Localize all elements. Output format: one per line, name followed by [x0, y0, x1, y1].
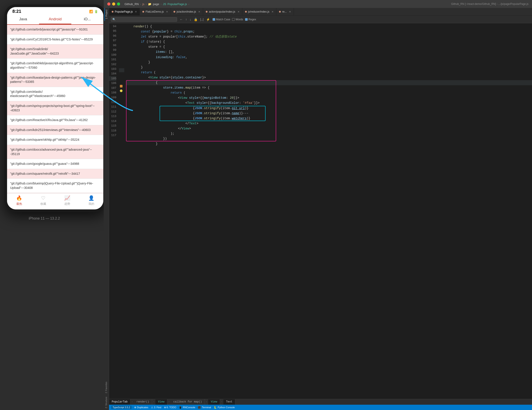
tab-ios[interactable]: iO...: [71, 15, 103, 24]
tab-close-2[interactable]: ✕: [166, 10, 168, 13]
status-find[interactable]: ⚠ 3: Find: [151, 406, 161, 409]
list-item[interactable]: "git://github.com/ReactiveX/RxJava.git""…: [7, 115, 103, 125]
gutter-101: [119, 52, 124, 56]
gutter-102: [119, 56, 124, 60]
tab-java[interactable]: Java: [7, 15, 39, 24]
regex-checkbox[interactable]: [245, 18, 248, 21]
search-input-group[interactable]: 🔍: [111, 17, 177, 22]
rnconsole-icon: 📱: [179, 406, 182, 409]
sep-5: ›: [221, 400, 222, 404]
tab-popular-page[interactable]: PopularPage.js ✕: [109, 8, 140, 15]
gutter-95: [119, 28, 124, 32]
search-bar: 🔍 ← ↑ ↓ 🔒 |..| ⚡ Match Case: [109, 16, 532, 23]
nav-profile[interactable]: 👤 我的: [79, 195, 103, 206]
regex-option[interactable]: Regex: [245, 18, 256, 21]
profile-icon: 👤: [88, 195, 94, 201]
tab-action-popular[interactable]: action/popular/index.js ✕: [203, 8, 242, 15]
tab-close-4[interactable]: ✕: [238, 10, 239, 13]
status-duplicates[interactable]: ⊕ Duplicates: [134, 406, 148, 409]
list-item[interactable]: "git://github.com/airbnb/javascript.git"…: [7, 25, 103, 35]
bottom-tab-render[interactable]: render(): [134, 399, 152, 405]
words-option[interactable]: Words: [232, 18, 243, 21]
bottom-tab-text[interactable]: Text: [223, 399, 235, 405]
gutter-103: [119, 60, 124, 64]
list-item[interactable]: "git://github.com/spring-projects/spring…: [7, 101, 103, 115]
bottom-tab-popular[interactable]: PopularTab: [109, 399, 131, 405]
nav-trending[interactable]: 📈 趋势: [55, 195, 79, 206]
code-line-97: if (!store) {: [126, 39, 532, 44]
tab-flatlist-demo[interactable]: FlatListDemo.js ✕: [140, 8, 171, 15]
tab-reducer-index[interactable]: js/reducer/index.js ✕: [242, 8, 276, 15]
phone-tab-bar[interactable]: Java Android iO...: [7, 15, 103, 25]
tab-more[interactable]: re... ✕: [276, 8, 294, 15]
breadcrumb-project: Github_RN: [124, 2, 139, 6]
line-num-96: 96: [109, 34, 116, 38]
search-prev-button[interactable]: ←: [179, 17, 184, 22]
gutter-94: [119, 24, 124, 28]
words-checkbox[interactable]: [232, 18, 235, 21]
search-replace-button[interactable]: 🔒: [193, 17, 199, 22]
line-num-95: 95: [109, 29, 116, 33]
list-item[interactable]: "git://github.com/Snailclimb/JavaGuide.g…: [7, 44, 103, 59]
tab-close-6[interactable]: ✕: [289, 10, 291, 13]
maximize-window-button[interactable]: [117, 2, 120, 6]
list-item[interactable]: "git://github.com/trekhleb/javascript-al…: [7, 59, 103, 73]
list-item[interactable]: "git://github.com/CyC2018/CS-Notes.git""…: [7, 35, 103, 45]
gutter-99: [119, 44, 124, 48]
line-numbers: 94 95 96 97 98 99 100 101 102 103 104 10…: [109, 23, 119, 399]
bottom-tab-view[interactable]: View: [155, 399, 167, 405]
list-item[interactable]: "git://github.com/iluwatar/java-design-p…: [7, 73, 103, 87]
bottom-tab-popular-label: PopularTab: [112, 400, 128, 404]
list-item[interactable]: "git://github.com/elastic/elasticsearch.…: [7, 87, 103, 101]
search-input[interactable]: [116, 18, 175, 21]
gutter-icons: [119, 23, 124, 399]
tab-close-5[interactable]: ✕: [272, 10, 274, 13]
list-item[interactable]: "git://github.com/google/guava.git""guav…: [7, 159, 103, 169]
nav-favorites[interactable]: ♡ 收藏: [31, 195, 55, 206]
code-line-114: </View>: [126, 126, 532, 131]
status-todo[interactable]: ⊕ 6: TODO: [164, 406, 176, 409]
trending-icon: 📈: [64, 195, 70, 201]
breadcrumb: Github_RN › js › 📁 page › JS PopularPage…: [124, 2, 189, 6]
search-next-up-button[interactable]: ↑: [185, 17, 188, 22]
list-item[interactable]: "git://github.com/square/okhttp.git""okh…: [7, 135, 103, 145]
tab-close-1[interactable]: ✕: [135, 10, 137, 13]
breadcrumb-sep-2: ›: [146, 2, 147, 6]
close-window-button[interactable]: [107, 2, 110, 6]
tab-label-4: action/popular/index.js: [209, 10, 235, 13]
panel-project[interactable]: 1: Project: [104, 8, 108, 21]
code-line-103: return (: [126, 70, 532, 75]
nav-hot[interactable]: 🔥 最热: [7, 195, 31, 206]
match-case-option[interactable]: Match Case: [213, 18, 230, 21]
tab-close-3[interactable]: ✕: [198, 10, 200, 13]
list-item[interactable]: "git://github.com/square/retrofit.git""r…: [7, 169, 103, 179]
phone-bottom-nav[interactable]: 🔥 最热 ♡ 收藏 📈 趋势 👤 我的: [7, 193, 103, 209]
panel-structure[interactable]: Z: Structure: [105, 395, 108, 410]
list-item[interactable]: "git://github.com/blueimp/jQuery-File-Up…: [7, 179, 103, 193]
list-item[interactable]: "git://github.com/kdn251/interviews.git"…: [7, 125, 103, 135]
match-case-checkbox[interactable]: [213, 18, 215, 21]
phone-list: "git://github.com/airbnb/javascript.git"…: [7, 25, 103, 193]
panel-favorites[interactable]: 2: Favorites: [105, 380, 108, 395]
search-next-down-button[interactable]: ↓: [189, 17, 192, 22]
tab-action-index[interactable]: js/action/index.js ✕: [171, 8, 203, 15]
line-num-105: 105: [109, 76, 116, 81]
code-line-104: <View style={styles.container}>: [126, 75, 532, 80]
ide-titlebar: Github_RN › js › 📁 page › JS PopularPage…: [104, 0, 532, 8]
minimize-window-button[interactable]: [112, 2, 115, 6]
status-rnconsole[interactable]: 📱 RNConsole: [179, 406, 195, 409]
status-python[interactable]: 🐍 Python Console: [214, 406, 235, 409]
list-item[interactable]: "git://github.com/doocs/advanced-java.gi…: [7, 145, 103, 159]
search-options-button[interactable]: |..|: [199, 17, 204, 22]
bottom-tab-callback[interactable]: callback for map(): [171, 399, 205, 405]
breadcrumb-sep-3: ›: [161, 2, 161, 6]
status-terminal[interactable]: ⬛ Terminal: [198, 406, 211, 409]
line-num-99: 99: [109, 48, 116, 52]
bottom-tab-view2[interactable]: View: [208, 399, 220, 405]
search-filter-button[interactable]: ⚡: [205, 17, 211, 22]
status-typescript[interactable]: TypeScript 3.5.2: [111, 406, 132, 409]
breadcrumb-folder-icon: 📁: [148, 2, 152, 6]
ide-tab-bar[interactable]: PopularPage.js ✕ FlatListDemo.js ✕ js/ac…: [109, 8, 532, 16]
tab-android[interactable]: Android: [39, 15, 71, 24]
status-time: 8:21: [12, 9, 21, 14]
